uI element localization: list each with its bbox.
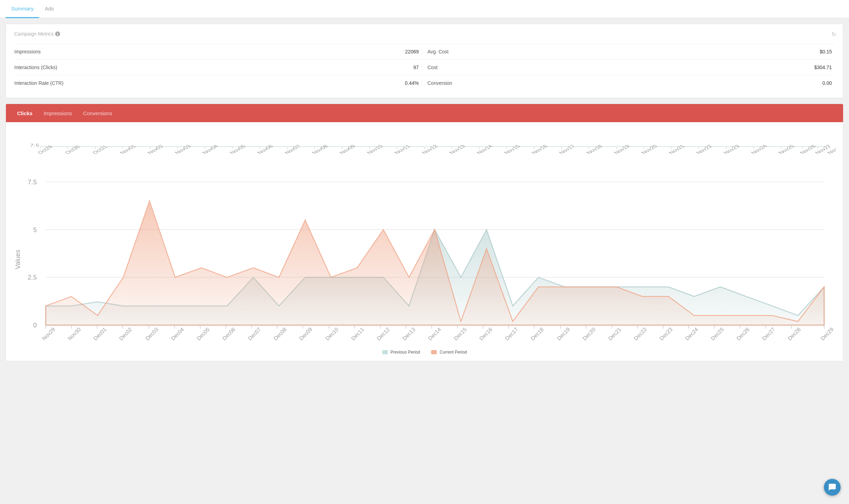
svg-text:Dec10: Dec10 [324, 326, 339, 341]
legend-current-label: Current Period [440, 350, 467, 355]
svg-text:Nov15: Nov15 [503, 144, 522, 155]
ctr-label: Interaction Rate (CTR) [14, 80, 64, 86]
svg-text:Oct31: Oct31 [91, 144, 109, 155]
svg-text:Nov14: Nov14 [475, 144, 494, 155]
svg-text:Nov06: Nov06 [256, 144, 274, 155]
svg-text:Nov29: Nov29 [41, 326, 56, 341]
svg-text:Nov08: Nov08 [310, 144, 329, 155]
main-content: ↻ Campaign Metrics ℹ Impressions 22069 A… [0, 18, 849, 367]
svg-text:Nov24: Nov24 [750, 144, 768, 155]
svg-text:Dec11: Dec11 [350, 326, 365, 341]
svg-text:Nov16: Nov16 [530, 144, 549, 155]
chart-tab-clicks[interactable]: Clicks [12, 105, 38, 121]
avg-cost-label: Avg. Cost [428, 49, 449, 54]
legend-box-current [431, 350, 437, 354]
svg-text:Nov05: Nov05 [228, 144, 247, 155]
svg-text:Dec12: Dec12 [376, 326, 391, 341]
svg-text:2.5: 2.5 [28, 274, 37, 281]
svg-text:5: 5 [33, 226, 37, 234]
impressions-value: 22069 [405, 49, 419, 54]
metrics-col-cost: Cost $304.71 [425, 65, 835, 70]
svg-text:Dec09: Dec09 [298, 326, 313, 341]
svg-text:Dec04: Dec04 [170, 326, 185, 342]
metrics-col-interactions: Interactions (Clicks) 97 [14, 65, 422, 70]
svg-text:Dec27: Dec27 [761, 326, 776, 341]
svg-text:Dec14: Dec14 [427, 326, 442, 342]
svg-text:Nov20: Nov20 [640, 144, 659, 155]
tab-bar: Summary Ads [0, 0, 849, 18]
svg-text:Nov10: Nov10 [366, 144, 384, 155]
refresh-icon[interactable]: ↻ [832, 31, 836, 38]
svg-text:Nov19: Nov19 [612, 144, 631, 155]
chart-section: Clicks Impressions Conversions 7.5 Oct29… [6, 104, 843, 361]
svg-text:7.5: 7.5 [28, 178, 37, 186]
chart-tab-conversions[interactable]: Conversions [77, 105, 118, 121]
svg-text:Nov22: Nov22 [695, 144, 714, 155]
svg-text:Dec19: Dec19 [556, 326, 571, 341]
svg-text:Nov13: Nov13 [448, 144, 466, 155]
previous-period-chart: 7.5 Oct29 Oct30 Oct31 Nov01 Nov02 Nov03 … [13, 129, 836, 157]
metrics-title-text: Campaign Metrics [14, 31, 54, 37]
main-chart: 7.5 5 2.5 0 Values [13, 164, 836, 344]
chart-tab-bar: Clicks Impressions Conversions [6, 104, 843, 122]
svg-text:7.5: 7.5 [30, 143, 39, 147]
svg-text:Dec18: Dec18 [530, 326, 545, 341]
ctr-value: 0.44% [405, 80, 419, 86]
svg-text:Dec02: Dec02 [118, 326, 133, 341]
metrics-col-avg-cost: Avg. Cost $0.15 [425, 49, 835, 54]
svg-text:Nov30: Nov30 [67, 326, 82, 341]
svg-text:Dec13: Dec13 [401, 326, 416, 341]
svg-text:Dec25: Dec25 [710, 326, 725, 341]
metrics-col-impressions: Impressions 22069 [14, 49, 422, 54]
metrics-row-3: Interaction Rate (CTR) 0.44% Conversion … [14, 75, 835, 91]
svg-text:Dec03: Dec03 [144, 326, 159, 341]
svg-text:Dec17: Dec17 [504, 326, 519, 341]
conversion-value: 0.00 [822, 80, 832, 86]
legend-box-previous [382, 350, 388, 354]
tab-summary[interactable]: Summary [6, 0, 39, 18]
svg-text:Dec16: Dec16 [478, 326, 493, 341]
svg-text:Dec15: Dec15 [452, 326, 467, 341]
svg-text:Nov11: Nov11 [393, 144, 412, 155]
svg-text:Nov04: Nov04 [201, 144, 220, 155]
conversion-label: Conversion [428, 80, 452, 86]
tab-ads[interactable]: Ads [39, 0, 59, 18]
svg-text:Nov12: Nov12 [420, 144, 439, 155]
metrics-card-title: Campaign Metrics ℹ [14, 31, 835, 37]
legend-previous: Previous Period [382, 350, 420, 355]
svg-text:Dec24: Dec24 [684, 326, 699, 342]
svg-text:Dec21: Dec21 [607, 326, 622, 341]
svg-text:Nov26: Nov26 [798, 144, 817, 155]
svg-text:Nov18: Nov18 [585, 144, 604, 155]
cost-value: $304.71 [814, 65, 832, 70]
chart-legend: Previous Period Current Period [13, 344, 836, 357]
svg-text:Dec07: Dec07 [247, 326, 262, 341]
interactions-label: Interactions (Clicks) [14, 65, 57, 70]
svg-text:Dec28: Dec28 [787, 326, 802, 341]
svg-text:Nov09: Nov09 [338, 144, 357, 155]
legend-previous-label: Previous Period [391, 350, 420, 355]
svg-text:Nov07: Nov07 [283, 144, 302, 155]
svg-text:Dec23: Dec23 [658, 326, 673, 341]
svg-text:Nov21: Nov21 [667, 144, 686, 155]
metrics-col-ctr: Interaction Rate (CTR) 0.44% [14, 80, 422, 86]
svg-text:Nov02: Nov02 [146, 144, 165, 155]
svg-text:Nov17: Nov17 [558, 144, 576, 155]
impressions-label: Impressions [14, 49, 40, 54]
svg-text:Dec22: Dec22 [633, 326, 648, 341]
cost-label: Cost [428, 65, 438, 70]
svg-text:Oct30: Oct30 [64, 144, 81, 155]
svg-text:Dec20: Dec20 [582, 326, 597, 341]
metrics-col-conversion: Conversion 0.00 [425, 80, 835, 86]
svg-text:Nov23: Nov23 [722, 144, 741, 155]
info-icon[interactable]: ℹ [55, 31, 60, 36]
svg-text:0: 0 [33, 321, 37, 329]
avg-cost-value: $0.15 [820, 49, 832, 54]
chart-tab-impressions[interactable]: Impressions [38, 105, 77, 121]
svg-text:Dec05: Dec05 [195, 326, 211, 341]
svg-text:Dec29: Dec29 [819, 326, 834, 341]
legend-current: Current Period [431, 350, 467, 355]
svg-text:Dec01: Dec01 [92, 326, 107, 341]
svg-text:Nov03: Nov03 [173, 144, 192, 155]
svg-text:Dec26: Dec26 [735, 326, 750, 341]
